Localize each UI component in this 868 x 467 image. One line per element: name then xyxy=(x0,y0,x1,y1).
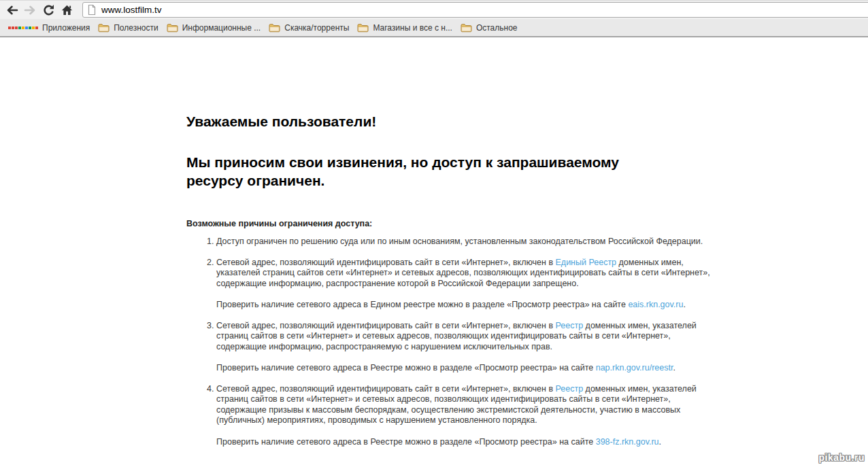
forward-arrow-icon xyxy=(24,4,37,16)
reason-text: Доступ ограничен по решению суда или по … xyxy=(216,237,717,247)
forward-button[interactable] xyxy=(21,1,39,19)
apps-grid-icon xyxy=(8,27,38,29)
browser-window: www.lostfilm.tv Приложения Полезности xyxy=(0,0,868,467)
apology-heading-line1: Мы приносим свои извинения, но доступ к … xyxy=(186,153,717,171)
text-segment: . xyxy=(659,437,661,447)
reason-text: Сетевой адрес, позволяющий идентифициров… xyxy=(216,384,717,426)
reload-button[interactable] xyxy=(39,1,58,19)
inline-link[interactable]: Единый Реестр xyxy=(556,258,617,267)
bookmark-label: Остальное xyxy=(476,23,518,33)
bookmark-label: Скачка/торренты xyxy=(284,23,349,33)
bookmark-label: Полезности xyxy=(114,23,158,33)
bookmarks-bar: Приложения Полезности Информационные . xyxy=(0,19,868,37)
reason-item-3: Сетевой адрес, позволяющий идентифициров… xyxy=(216,321,717,374)
bookmark-apps[interactable]: Приложения xyxy=(4,20,94,35)
back-button[interactable] xyxy=(3,1,21,19)
text-segment: Сетевой адрес, позволяющий идентифициров… xyxy=(216,321,556,330)
page-title: Уважаемые пользователи! xyxy=(186,113,717,131)
text-segment: . xyxy=(673,363,675,373)
reasons-title: Возможные причины ограничения доступа: xyxy=(186,219,717,228)
reason-item-4: Сетевой адрес, позволяющий идентифициров… xyxy=(216,384,717,448)
bookmark-label: Информационные ... xyxy=(182,23,261,33)
bookmark-folder-poleznosti[interactable]: Полезности xyxy=(94,20,162,35)
apology-heading: Мы приносим свои извинения, но доступ к … xyxy=(186,153,717,190)
inline-link[interactable]: Реестр xyxy=(556,321,584,330)
text-segment: Доступ ограничен по решению суда или по … xyxy=(216,237,703,246)
bookmark-folder-skachka-torrenty[interactable]: Скачка/торренты xyxy=(265,20,353,35)
bookmark-folder-ostalnoe[interactable]: Остальное xyxy=(456,20,522,35)
folder-icon xyxy=(269,23,280,33)
reason-note: Проверить наличие сетевого адреса в Реес… xyxy=(216,437,717,448)
bookmark-folder-magaziny[interactable]: Магазины и все с н... xyxy=(353,20,456,35)
apology-heading-line2: ресурсу ограничен. xyxy=(186,171,717,190)
reason-note: Проверить наличие сетевого адреса в Един… xyxy=(216,300,717,311)
text-segment: Сетевой адрес, позволяющий идентифициров… xyxy=(216,258,556,267)
inline-link[interactable]: 398-fz.rkn.gov.ru xyxy=(596,437,659,447)
home-icon xyxy=(61,4,73,16)
reason-item-1: Доступ ограничен по решению суда или по … xyxy=(216,237,717,247)
browser-toolbar: www.lostfilm.tv xyxy=(0,0,868,19)
inline-link[interactable]: nap.rkn.gov.ru/reestr xyxy=(596,363,673,373)
reason-text: Сетевой адрес, позволяющий идентифициров… xyxy=(216,321,717,353)
reason-item-2: Сетевой адрес, позволяющий идентифициров… xyxy=(216,258,717,311)
bookmark-folder-informacionnye[interactable]: Информационные ... xyxy=(163,20,265,35)
text-segment: Проверить наличие сетевого адреса в Реес… xyxy=(216,437,596,447)
watermark: pikabu.ru xyxy=(818,452,865,463)
bookmark-label: Магазины и все с н... xyxy=(373,23,452,33)
folder-icon xyxy=(357,23,369,33)
reason-note: Проверить наличие сетевого адреса в Реес… xyxy=(216,363,717,374)
text-segment: Проверить наличие сетевого адреса в Реес… xyxy=(216,363,596,373)
reasons-list: Доступ ограничен по решению суда или по … xyxy=(186,237,717,447)
address-bar[interactable]: www.lostfilm.tv xyxy=(82,2,868,18)
folder-icon xyxy=(461,23,472,33)
inline-link[interactable]: eais.rkn.gov.ru xyxy=(628,300,683,309)
bookmark-label: Приложения xyxy=(42,23,90,33)
text-segment: . xyxy=(683,300,685,309)
home-button[interactable] xyxy=(58,1,76,19)
page-content: Уважаемые пользователи! Мы приносим свои… xyxy=(0,37,868,466)
back-arrow-icon xyxy=(5,4,18,16)
text-segment: Проверить наличие сетевого адреса в Един… xyxy=(216,300,628,309)
reason-text: Сетевой адрес, позволяющий идентифициров… xyxy=(216,258,717,290)
reload-icon xyxy=(42,4,55,16)
folder-icon xyxy=(98,23,110,33)
folder-icon xyxy=(167,23,178,33)
inline-link[interactable]: Реестр xyxy=(556,384,584,394)
blank-page-icon xyxy=(87,4,97,16)
text-segment: Сетевой адрес, позволяющий идентифициров… xyxy=(216,384,556,394)
url-text[interactable]: www.lostfilm.tv xyxy=(101,5,162,15)
